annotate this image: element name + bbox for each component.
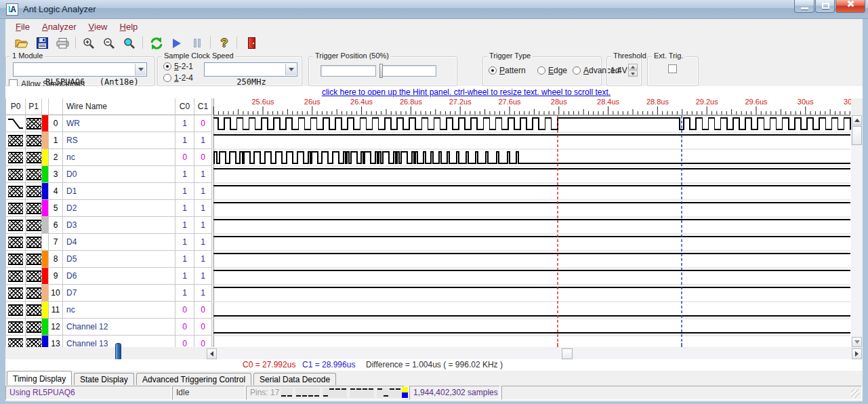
horizontal-scrollbar[interactable] [207,348,862,359]
trigger-pattern-p0[interactable] [6,234,26,251]
refresh-button[interactable] [148,35,165,52]
channel-color-swatch[interactable] [42,285,49,302]
channel-color-swatch[interactable] [42,251,49,268]
wire-name[interactable]: D3 [63,217,175,234]
trigger-pattern-p0[interactable] [6,336,26,347]
scroll-down-button[interactable] [852,337,862,347]
channel-row-0[interactable]: 0WR10 [6,115,212,132]
minimize-button[interactable] [794,0,814,13]
wire-name[interactable]: D7 [63,285,175,302]
wire-name[interactable]: RS [63,132,175,149]
chevron-down-icon[interactable] [135,64,146,75]
trigger-pattern-p1[interactable] [26,166,42,183]
vertical-scroll-thumb[interactable] [852,126,862,145]
channel-row-11[interactable]: 11nc00 [6,302,212,319]
channel-row-9[interactable]: 9D611 [6,268,212,285]
trigger-position-slider-thumb[interactable] [379,64,383,78]
trigger-pattern-p0[interactable] [6,183,26,200]
wire-name[interactable]: D6 [63,268,175,285]
channel-row-12[interactable]: 12Channel 1200 [6,319,212,336]
resize-grip[interactable] [851,389,860,398]
channel-row-1[interactable]: 1RS11 [6,132,212,149]
zoom-selection-button[interactable] [121,35,138,52]
wire-name[interactable]: nc [63,149,175,166]
channel-color-swatch[interactable] [42,115,49,132]
channel-color-swatch[interactable] [42,302,49,319]
menu-help[interactable]: Help [114,20,144,33]
trigger-pattern-p0[interactable] [6,132,26,149]
channel-color-swatch[interactable] [42,234,49,251]
tab-state-display[interactable]: State Display [74,373,134,385]
trigger-pattern-p1[interactable] [26,336,42,347]
trigger-pattern-p0[interactable] [6,251,26,268]
wire-name[interactable]: nc [63,302,175,319]
clock-speed-combo[interactable]: 250MHz [204,62,297,77]
pause-button[interactable] [188,35,206,52]
wire-name[interactable]: Channel 12 [63,319,175,336]
trigger-pattern-p0[interactable] [6,115,26,132]
zoom-out-button[interactable] [100,35,118,52]
chevron-down-icon[interactable] [285,64,296,75]
tab-timing-display[interactable]: Timing Display [7,371,72,385]
horizontal-scroll-thumb[interactable] [562,348,573,359]
channel-color-swatch[interactable] [42,217,49,234]
trigger-pattern-p0[interactable] [6,217,26,234]
wire-name[interactable]: D0 [63,166,175,183]
trigger-position-input[interactable] [321,65,376,77]
trigger-pattern-p0[interactable] [6,319,26,336]
scroll-right-button[interactable] [852,348,862,359]
radio-advanced[interactable] [573,66,581,75]
wire-name[interactable]: D2 [63,200,175,217]
channel-row-13[interactable]: 13Channel 1300 [6,336,212,347]
wire-name[interactable]: D4 [63,234,175,251]
trigger-pattern-p1[interactable] [26,285,42,302]
channel-color-swatch[interactable] [42,132,49,149]
wire-name[interactable]: D5 [63,251,175,268]
menu-analyzer[interactable]: Analyzer [36,20,83,33]
save-button[interactable] [33,35,51,52]
channel-row-7[interactable]: 7D411 [6,234,212,251]
help-button[interactable]: ? [215,35,233,52]
trigger-pattern-p1[interactable] [26,217,42,234]
channel-row-10[interactable]: 10D711 [6,285,212,302]
exit-button[interactable] [243,35,260,52]
trigger-position-slider-track[interactable] [381,65,436,77]
trigger-pattern-p0[interactable] [6,285,26,302]
trigger-pattern-p1[interactable] [26,268,42,285]
channel-color-swatch[interactable] [42,200,49,217]
zoom-in-button[interactable] [80,35,98,52]
menu-view[interactable]: View [83,20,114,33]
tab-advanced-triggering-control[interactable]: Advanced Triggering Control [136,373,251,385]
trigger-pattern-p0[interactable] [6,200,26,217]
radio-edge-label[interactable]: Edge [548,66,567,75]
spinner-up-icon[interactable] [628,64,638,70]
scroll-left-button[interactable] [207,348,217,359]
trigger-pattern-p1[interactable] [26,251,42,268]
waveform-area[interactable] [213,98,851,347]
open-button[interactable] [13,35,30,52]
scroll-up-button[interactable] [852,115,862,125]
radio-edge[interactable] [537,66,545,75]
wire-name[interactable]: WR [63,115,175,132]
channel-color-swatch[interactable] [42,268,49,285]
pane-splitter-grip[interactable] [115,343,121,361]
maximize-button[interactable] [815,0,835,13]
channel-row-4[interactable]: 4D111 [6,183,212,200]
trigger-pattern-p0[interactable] [6,302,26,319]
channel-row-3[interactable]: 3D011 [6,166,212,183]
radio-5-2-1-label[interactable]: 5-2-1 [174,62,193,71]
radio-5-2-1[interactable] [163,62,171,70]
channel-row-8[interactable]: 8D511 [6,251,212,268]
trigger-pattern-p0[interactable] [6,149,26,166]
run-button[interactable] [168,35,186,52]
trigger-pattern-p1[interactable] [26,200,42,217]
channel-color-swatch[interactable] [42,319,49,336]
menu-file[interactable]: File [9,20,36,33]
trigger-pattern-p1[interactable] [26,302,42,319]
channel-color-swatch[interactable] [42,183,49,200]
trigger-pattern-p0[interactable] [6,268,26,285]
hint-link[interactable]: click here to open up the Hint panel. ct… [229,87,703,97]
trigger-pattern-p1[interactable] [26,319,42,336]
vertical-scrollbar[interactable] [852,115,862,347]
module-combo[interactable]: RL5PUAQ6 (Ant18e) [13,62,147,77]
